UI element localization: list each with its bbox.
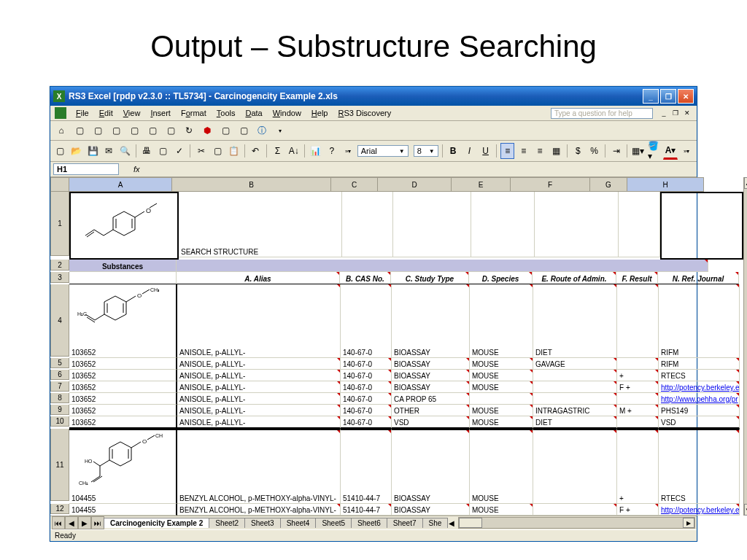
rs3-refresh-icon[interactable]: ↻ [181, 122, 197, 139]
doc-close-button[interactable]: ✕ [682, 109, 692, 117]
tab-sheet5[interactable]: Sheet5 [315, 518, 352, 528]
cell-h3[interactable]: N. Ref. Journal [658, 272, 739, 284]
close-button[interactable]: ✕ [678, 89, 694, 104]
cell-h6[interactable]: RTECS [659, 370, 740, 381]
rs3-btn8[interactable]: ▢ [217, 122, 233, 139]
cell-d10[interactable]: VSD [392, 416, 470, 429]
menu-data[interactable]: Data [240, 107, 267, 119]
rs3-btn2[interactable]: ▢ [90, 122, 106, 139]
row-header-6[interactable]: 6 [50, 370, 69, 380]
cut-icon[interactable]: ✂ [194, 143, 208, 159]
col-header-e[interactable]: E [452, 177, 511, 192]
menu-insert[interactable]: Insert [145, 107, 176, 119]
open-icon[interactable]: 📂 [69, 143, 83, 159]
cell-a3[interactable] [69, 272, 177, 284]
cell-e10[interactable]: MOUSE [470, 416, 533, 429]
col-header-d[interactable]: D [378, 177, 452, 192]
cell-b9[interactable]: ANISOLE, p-ALLYL- [177, 405, 341, 416]
menu-tools[interactable]: Tools [212, 107, 241, 119]
rs3-btn5[interactable]: ▢ [144, 122, 160, 139]
cell-h5[interactable]: RIFM [659, 358, 740, 370]
percent-button[interactable]: % [587, 143, 601, 159]
cell-a1-structure[interactable]: O [69, 192, 179, 260]
align-center-button[interactable]: ≡ [516, 143, 530, 159]
cell-d7[interactable]: BIOASSAY [392, 381, 470, 393]
cell-e4[interactable]: MOUSE [470, 284, 533, 358]
cell-g7[interactable]: F + [617, 381, 659, 393]
cell-h11[interactable]: RTECS [659, 429, 740, 504]
cell-a6[interactable]: 103652 [69, 370, 177, 381]
save-icon[interactable]: 💾 [85, 143, 99, 159]
cell-a5[interactable]: 103652 [69, 358, 177, 370]
row-header-1[interactable]: 1 [50, 192, 69, 256]
search-icon[interactable]: 🔍 [118, 143, 132, 159]
rs3-btn3[interactable]: ▢ [108, 122, 124, 139]
row-header-4[interactable]: 4 [50, 284, 69, 357]
preview-icon[interactable]: ▢ [156, 143, 170, 159]
minimize-button[interactable]: _ [643, 89, 659, 104]
row-header-8[interactable]: 8 [50, 393, 69, 403]
cell-d4[interactable]: BIOASSAY [392, 284, 470, 358]
cell-g5[interactable] [617, 358, 659, 370]
cell-f6[interactable] [533, 370, 617, 381]
cell-f4[interactable]: DIET [533, 284, 617, 358]
currency-button[interactable]: $ [571, 143, 585, 159]
spell-icon[interactable]: ✓ [172, 143, 186, 159]
col-header-h[interactable]: H [627, 177, 704, 192]
cell-e3[interactable]: D. Species [469, 272, 533, 284]
cell-f3[interactable]: E. Route of Admin. [533, 272, 616, 284]
tab-sheet2[interactable]: Sheet2 [209, 518, 245, 528]
cell-merged-2[interactable] [177, 260, 708, 272]
border-button[interactable]: ▦▾ [631, 143, 645, 159]
cell-c3[interactable]: B. CAS No. [340, 272, 391, 284]
cell-d8[interactable]: CA PROP 65 [392, 393, 470, 405]
cell-f5[interactable]: GAVAGE [533, 358, 617, 370]
cell-f9[interactable]: INTRAGASTRIC [533, 405, 617, 416]
cell-e9[interactable]: MOUSE [470, 405, 533, 416]
col-header-a[interactable]: A [69, 177, 172, 192]
more-icon[interactable]: »▾ [341, 143, 355, 159]
copy-icon[interactable]: ▢ [211, 143, 225, 159]
rs3-dropdown-icon[interactable]: ▾ [272, 122, 288, 139]
cell-g6[interactable]: + [617, 370, 659, 381]
cell-d11[interactable]: BIOASSAY [392, 429, 470, 504]
help-search-input[interactable]: Type a question for help [551, 108, 653, 119]
cell-e11[interactable]: MOUSE [470, 429, 533, 504]
cell-d3[interactable]: C. Study Type [391, 272, 469, 284]
font-color-button[interactable]: A▾ [663, 142, 677, 160]
doc-minimize-button[interactable]: _ [659, 109, 669, 117]
align-left-button[interactable]: ≡ [500, 143, 514, 159]
vertical-scrollbar[interactable]: ▲ ▼ [743, 177, 747, 516]
cell-d9[interactable]: OTHER [392, 405, 470, 416]
font-size-select[interactable]: 8▼ [414, 145, 438, 157]
cell-h8[interactable]: http://www.oehha.org/pr [659, 393, 740, 405]
cell-h10[interactable]: VSD [659, 416, 740, 429]
cell-c6[interactable]: 140-67-0 [341, 370, 392, 381]
doc-restore-button[interactable]: ❐ [670, 109, 681, 117]
col-header-c[interactable]: C [331, 177, 378, 192]
rs3-btn6[interactable]: ▢ [163, 122, 179, 139]
rs3-info-icon[interactable]: ⓘ [254, 122, 270, 139]
undo-icon[interactable]: ↶ [249, 143, 263, 159]
cell-g4[interactable] [617, 284, 659, 358]
rs3-stop-icon[interactable]: ⬢ [199, 122, 215, 139]
cell-d5[interactable]: BIOASSAY [392, 358, 470, 370]
row-header-10[interactable]: 10 [50, 416, 69, 427]
rs3-btn4[interactable]: ▢ [126, 122, 142, 139]
cell-c1[interactable] [342, 192, 393, 257]
cell-c12[interactable]: 51410-44-7 [341, 504, 392, 516]
italic-button[interactable]: I [462, 143, 476, 159]
underline-button[interactable]: U [479, 143, 492, 159]
cell-a10[interactable]: 103652 [69, 416, 177, 429]
cell-g1[interactable] [619, 192, 660, 257]
tab-sheet4[interactable]: Sheet4 [280, 518, 317, 528]
col-header-b[interactable]: B [172, 177, 331, 192]
cell-f12[interactable] [533, 504, 617, 516]
cell-f8[interactable] [533, 393, 617, 405]
cell-f10[interactable]: DIET [533, 416, 617, 429]
cell-g10[interactable] [617, 416, 659, 429]
cell-h12[interactable]: http://potency.berkeley.e [659, 504, 740, 516]
help-icon[interactable]: ? [325, 143, 338, 159]
cell-b11[interactable]: BENZYL ALCOHOL, p-METHOXY-alpha-VINYL- [177, 429, 341, 504]
cell-h9[interactable]: PHS149 [659, 405, 740, 416]
